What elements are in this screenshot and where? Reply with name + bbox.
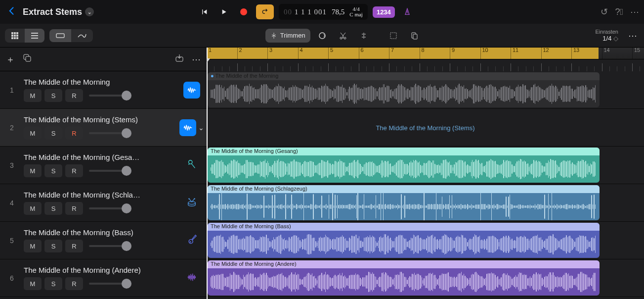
track-type-icon[interactable] — [186, 234, 197, 247]
track-type-icon[interactable] — [186, 197, 197, 209]
track-row[interactable]: 3The Middle of the Morning (Gesang)MSR — [0, 147, 207, 184]
lane[interactable]: The Middle of the Morning (Andere) — [207, 259, 644, 297]
mute-button[interactable]: M — [24, 89, 42, 102]
track-type-icon[interactable] — [186, 159, 197, 171]
solo-button[interactable]: S — [44, 164, 62, 177]
track-type-icon[interactable] — [186, 272, 197, 284]
audio-region[interactable]: ● The Middle of the Morning — [208, 72, 600, 107]
count-in-button[interactable]: 1234 — [373, 6, 395, 18]
select-tool-button[interactable] — [385, 29, 402, 43]
bar-mark[interactable]: 11 — [511, 48, 518, 59]
bar-mark[interactable]: 10 — [480, 48, 488, 59]
list-view-button[interactable] — [25, 29, 44, 43]
solo-button[interactable]: S — [44, 202, 62, 215]
lane[interactable]: ● The Middle of the Morning — [207, 71, 644, 109]
import-button[interactable] — [175, 53, 184, 65]
add-track-button[interactable]: ＋ — [6, 53, 15, 65]
mute-button[interactable]: M — [24, 277, 42, 290]
bar-mark[interactable]: 7 — [389, 48, 394, 59]
lcd-display[interactable]: 00 1 1 1 001 78,5 4/4C maj — [279, 4, 368, 20]
expand-chevron-icon[interactable]: ⌄ — [198, 124, 204, 132]
mute-button[interactable]: M — [24, 202, 42, 215]
track-row[interactable]: 1The Middle of the MorningMSR — [0, 71, 207, 109]
bar-mark[interactable]: 15 — [632, 48, 640, 59]
play-button[interactable] — [216, 4, 231, 19]
bar-mark[interactable]: 14 — [602, 48, 610, 59]
volume-thumb[interactable] — [122, 128, 131, 138]
more-icon[interactable]: ⋯ — [630, 6, 639, 17]
record-enable-button[interactable]: R — [65, 164, 83, 177]
track-name[interactable]: The Middle of the Morning (Stems) — [24, 115, 142, 124]
bar-mark[interactable]: 12 — [541, 48, 549, 59]
bar-mark[interactable]: 6 — [359, 48, 364, 59]
track-name[interactable]: The Middle of the Morning (Gesang) — [24, 153, 142, 161]
bar-mark[interactable]: 3 — [267, 48, 272, 59]
record-enable-button[interactable]: R — [65, 277, 83, 290]
loop-tool-button[interactable] — [313, 29, 331, 43]
project-menu-icon[interactable]: ⌄ — [85, 7, 94, 16]
bar-mark[interactable]: 8 — [420, 48, 425, 59]
bar-mark[interactable]: 9 — [450, 48, 455, 59]
track-name[interactable]: The Middle of the Morning (Bass) — [24, 228, 142, 237]
mute-button[interactable]: M — [24, 240, 42, 252]
mute-button[interactable]: M — [24, 164, 42, 177]
volume-slider[interactable] — [89, 283, 131, 285]
solo-button[interactable]: S — [44, 127, 62, 140]
lane[interactable]: The Middle of the Morning (Bass) — [207, 222, 644, 259]
volume-thumb[interactable] — [122, 166, 131, 176]
undo-icon[interactable]: ↺ — [601, 6, 608, 17]
duplicate-track-button[interactable] — [23, 53, 32, 65]
volume-thumb[interactable] — [122, 91, 131, 100]
snap-settings[interactable]: Einrasten 1/4 ◇ — [596, 29, 621, 42]
mute-button[interactable]: M — [24, 127, 42, 140]
track-row[interactable]: 2The Middle of the Morning (Stems)MSR⌄ — [0, 109, 207, 147]
volume-slider[interactable] — [89, 245, 131, 247]
track-name[interactable]: The Middle of the Morning (Andere) — [24, 266, 142, 274]
toolbar-more-button[interactable]: ⋯ — [626, 30, 639, 41]
volume-slider[interactable] — [89, 207, 131, 209]
project-title[interactable]: Extract Stems ⌄ — [23, 7, 94, 17]
audio-region[interactable]: The Middle of the Morning (Gesang) — [208, 148, 600, 183]
arrange-area[interactable]: 123456789101112131415 ● The Middle of th… — [207, 48, 644, 299]
record-enable-button[interactable]: R — [65, 202, 83, 215]
audio-region[interactable]: The Middle of the Morning (Andere) — [208, 260, 600, 296]
clipboard-button[interactable] — [405, 29, 423, 43]
record-button[interactable] — [236, 4, 251, 19]
record-enable-button[interactable]: R — [65, 127, 83, 140]
bar-mark[interactable]: 5 — [328, 48, 333, 59]
record-enable-button[interactable]: R — [65, 89, 83, 102]
playhead[interactable] — [207, 48, 208, 299]
solo-button[interactable]: S — [44, 277, 62, 290]
audio-region[interactable]: The Middle of the Morning (Schlagzeug) — [208, 185, 600, 220]
bar-ruler[interactable]: 123456789101112131415 — [207, 48, 644, 59]
track-name[interactable]: The Middle of the Morning (Schlag… — [24, 191, 142, 199]
grid-view-button[interactable] — [5, 29, 25, 43]
split-tool-button[interactable] — [334, 29, 352, 43]
solo-button[interactable]: S — [44, 240, 62, 252]
cycle-button[interactable] — [256, 4, 274, 19]
snap-stepper-icon[interactable]: ◇ — [613, 35, 618, 42]
split-at-playhead-button[interactable] — [355, 29, 373, 43]
signature-readout[interactable]: 4/4C maj — [349, 6, 363, 17]
back-button[interactable] — [5, 5, 19, 19]
audio-region[interactable]: The Middle of the Morning (Bass) — [208, 223, 600, 258]
lane[interactable]: The Middle of the Morning (Schlagzeug) — [207, 184, 644, 222]
help-icon[interactable]: ?⃝ — [615, 7, 623, 17]
lane[interactable]: The Middle of the Morning (Gesang) — [207, 147, 644, 184]
track-row[interactable]: 6The Middle of the Morning (Andere)MSR — [0, 259, 207, 297]
automation-view-button[interactable] — [71, 29, 93, 42]
bar-mark[interactable]: 4 — [298, 48, 303, 59]
trim-tool-button[interactable]: Trimmen — [265, 29, 310, 43]
cycle-range[interactable] — [207, 48, 599, 59]
volume-slider[interactable] — [89, 95, 131, 97]
volume-slider[interactable] — [89, 132, 131, 134]
metronome-button[interactable] — [400, 4, 415, 19]
track-row[interactable]: 5The Middle of the Morning (Bass)MSR — [0, 222, 207, 259]
track-row[interactable]: 4The Middle of the Morning (Schlag…MSR — [0, 184, 207, 222]
tempo-readout[interactable]: 78,5 — [332, 8, 344, 16]
bar-mark[interactable]: 13 — [571, 48, 579, 59]
volume-slider[interactable] — [89, 170, 131, 172]
record-enable-button[interactable]: R — [65, 240, 83, 252]
go-to-start-button[interactable] — [197, 4, 212, 19]
bar-mark[interactable]: 2 — [237, 48, 242, 59]
